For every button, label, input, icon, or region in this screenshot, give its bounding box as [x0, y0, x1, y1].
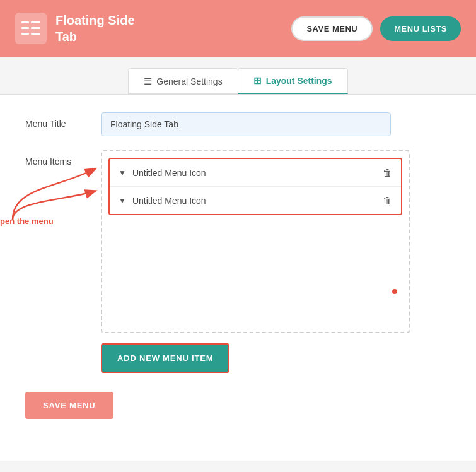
app-logo-icon	[21, 19, 40, 38]
layout-icon: ⊞	[253, 75, 262, 86]
app-logo-box	[15, 13, 47, 44]
red-dot-indicator	[392, 289, 397, 294]
lines-icon: ☰	[144, 76, 152, 87]
tabs-bar: ☰ General Settings ⊞ Layout Settings	[0, 57, 476, 95]
menu-title-field	[101, 112, 451, 136]
tab-layout-settings[interactable]: ⊞ Layout Settings	[238, 68, 348, 94]
menu-items-container: Open the menu ▼ Untitled Menu Icon 🗑	[101, 150, 410, 373]
menu-item-row: ▼ Untitled Menu Icon 🗑	[110, 159, 401, 187]
chevron-down-icon-1[interactable]: ▼	[119, 168, 126, 177]
save-menu-header-button[interactable]: SAVE MENU	[291, 16, 373, 41]
menu-items-row: Menu Items Open the menu	[25, 150, 451, 373]
open-menu-annotation: Open the menu	[0, 216, 54, 226]
svg-rect-4	[21, 33, 29, 35]
main-content: Menu Title Menu Items Open	[0, 95, 476, 461]
menu-item-label-1: Untitled Menu Icon	[132, 168, 206, 178]
delete-menu-item-1-icon[interactable]: 🗑	[383, 167, 392, 178]
app-header: Floating SideTab SAVE MENU MENU LISTS	[0, 0, 476, 57]
header-left: Floating SideTab	[15, 12, 135, 45]
menu-items-list: ▼ Untitled Menu Icon 🗑 ▼ Untitled Menu I…	[108, 158, 402, 215]
menu-item-label-2: Untitled Menu Icon	[132, 196, 206, 206]
svg-rect-1	[31, 21, 40, 23]
menu-title-input[interactable]	[101, 112, 391, 136]
bottom-save-row: SAVE MENU	[25, 392, 451, 419]
tab-layout-label: Layout Settings	[266, 76, 332, 86]
menu-item-left-2: ▼ Untitled Menu Icon	[119, 196, 206, 206]
svg-rect-2	[21, 27, 29, 29]
tab-general-label: General Settings	[156, 76, 222, 86]
svg-rect-0	[21, 21, 29, 23]
menu-lists-button[interactable]: MENU LISTS	[380, 16, 461, 41]
menu-item-row: ▼ Untitled Menu Icon 🗑	[110, 187, 401, 214]
menu-item-left-1: ▼ Untitled Menu Icon	[119, 168, 206, 178]
save-menu-bottom-button[interactable]: SAVE MENU	[25, 392, 113, 419]
header-action-buttons: SAVE MENU MENU LISTS	[291, 16, 461, 41]
add-new-menu-item-button[interactable]: ADD NEW MENU ITEM	[101, 343, 229, 373]
svg-rect-5	[31, 33, 40, 35]
add-button-row: ADD NEW MENU ITEM	[101, 343, 410, 373]
menu-title-label: Menu Title	[25, 112, 101, 129]
svg-rect-3	[31, 27, 40, 29]
chevron-down-icon-2[interactable]: ▼	[119, 196, 126, 205]
tab-general-settings[interactable]: ☰ General Settings	[128, 68, 237, 94]
menu-title-row: Menu Title	[25, 112, 451, 136]
menu-items-label: Menu Items	[25, 150, 101, 167]
delete-menu-item-2-icon[interactable]: 🗑	[383, 195, 392, 206]
menu-items-dashed-area: ▼ Untitled Menu Icon 🗑 ▼ Untitled Menu I…	[101, 150, 410, 333]
app-title: Floating SideTab	[55, 12, 135, 45]
